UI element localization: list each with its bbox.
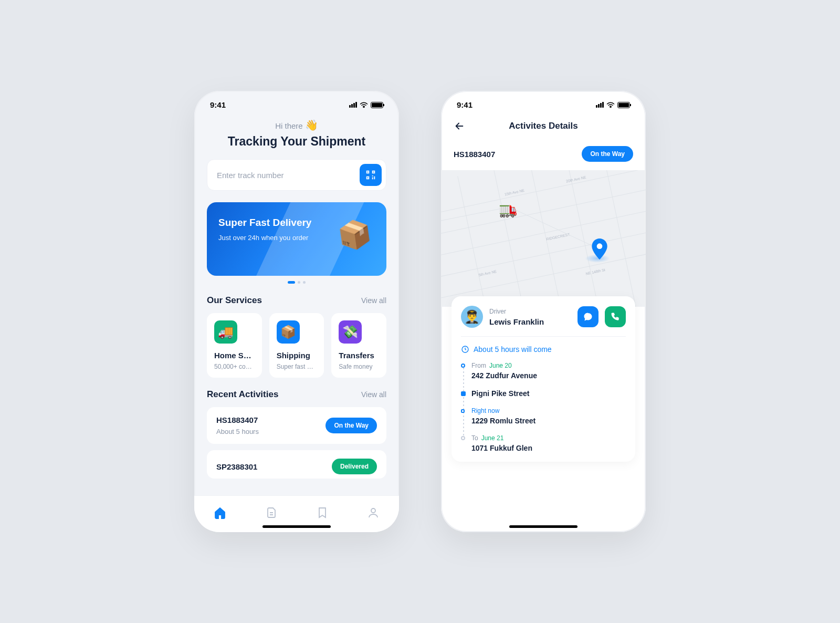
home-indicator (509, 525, 578, 528)
timeline-item: Right now 1229 Romlu Street (471, 407, 626, 425)
destination-pin (591, 238, 608, 262)
nav-home[interactable] (213, 505, 227, 520)
svg-line-6 (458, 176, 493, 307)
svg-text:5th Ave NE: 5th Ave NE (478, 269, 497, 277)
activity-eta: About 5 hours (216, 428, 259, 435)
svg-line-1 (441, 170, 646, 218)
status-bar: 9:41 (441, 91, 646, 113)
phone-home: 9:41 Hi there 👋 Tracking Your Shipment S… (194, 91, 399, 532)
status-time: 9:41 (457, 100, 472, 109)
user-icon (367, 506, 380, 519)
services-header: Our Services (207, 295, 262, 306)
activities-view-all[interactable]: View all (361, 390, 386, 399)
activity-id: HS1883407 (216, 416, 259, 424)
service-home-shifting[interactable]: 🚚 Home Shifting 50,000+ courier (207, 313, 262, 378)
phone-detail: 9:41 Activites Details HS1883407 On the … (441, 91, 646, 532)
svg-line-5 (441, 248, 646, 300)
eta-row: About 5 hours will come (461, 345, 626, 354)
wifi-icon (606, 102, 615, 108)
status-bar: 9:41 (194, 91, 399, 113)
greeting: Hi there 👋 (207, 119, 386, 131)
page-title: Tracking Your Shipment (207, 134, 386, 149)
truck-icon: 🚚 (214, 320, 237, 344)
nav-orders[interactable] (264, 505, 278, 520)
wave-icon: 👋 (305, 119, 318, 131)
box-icon: 📦 (277, 320, 300, 344)
clock-icon (461, 345, 469, 354)
service-shipping[interactable]: 📦 Shipping Super fast delivery (269, 313, 324, 378)
svg-line-4 (441, 227, 646, 279)
truck-marker: 🚛 (499, 201, 517, 218)
search-box[interactable] (207, 159, 386, 191)
service-transfers[interactable]: 💸 Transfers Safe money (331, 313, 386, 378)
chat-icon (583, 312, 593, 322)
carousel-dots (207, 281, 386, 284)
services-view-all[interactable]: View all (361, 296, 386, 305)
status-badge: Delivered (332, 459, 377, 474)
status-badge: On the Way (326, 418, 377, 433)
driver-name: Lewis Franklin (489, 317, 571, 326)
search-input[interactable] (217, 171, 360, 180)
activities-header: Recent Activities (207, 389, 278, 400)
detail-title: Activites Details (509, 121, 578, 131)
qr-icon (365, 169, 376, 181)
driver-avatar: 👨‍✈️ (461, 306, 483, 328)
svg-text:15th Ave NE: 15th Ave NE (504, 189, 525, 196)
back-button[interactable] (454, 119, 468, 133)
status-icons (349, 102, 383, 108)
battery-icon (617, 102, 630, 108)
battery-icon (371, 102, 383, 108)
money-icon: 💸 (339, 320, 362, 344)
status-badge: On the Way (582, 146, 633, 162)
signal-icon (596, 102, 604, 108)
driver-label: Driver (489, 308, 571, 315)
bookmark-icon (316, 506, 329, 519)
promo-banner[interactable]: Super Fast Delivery Just over 24h when y… (207, 202, 386, 276)
phone-icon (610, 312, 621, 322)
nav-profile[interactable] (366, 505, 381, 520)
package-icon: 📦 (335, 217, 374, 253)
activity-id: SP2388301 (216, 462, 257, 471)
status-icons (596, 102, 630, 108)
arrow-left-icon (454, 120, 465, 132)
driver-card: 👨‍✈️ Driver Lewis Franklin About 5 hours… (452, 296, 635, 462)
qr-scan-button[interactable] (360, 164, 382, 186)
message-button[interactable] (578, 306, 598, 327)
call-button[interactable] (605, 306, 626, 327)
map-view[interactable]: 15th Ave NE 20th Ave NE RIDGECREST 5th A… (441, 170, 646, 307)
document-icon (265, 506, 277, 519)
home-indicator (262, 525, 331, 528)
timeline-item: ToJune 21 1071 Fukkuf Glen (471, 434, 626, 452)
svg-point-0 (371, 508, 375, 513)
home-icon (214, 506, 226, 519)
activity-row[interactable]: SP2388301 Delivered (207, 450, 386, 479)
timeline-item: FromJune 20 242 Zudfur Avenue (471, 362, 626, 380)
nav-saved[interactable] (315, 505, 330, 520)
map-roads: 15th Ave NE 20th Ave NE RIDGECREST 5th A… (441, 170, 646, 307)
svg-point-16 (597, 243, 603, 249)
timeline-item: Pigni Pike Street (471, 389, 626, 398)
svg-line-2 (441, 186, 646, 238)
shipment-id: HS1883407 (454, 150, 495, 159)
wifi-icon (360, 102, 368, 108)
svg-text:20th Ave NE: 20th Ave NE (566, 175, 587, 183)
status-time: 9:41 (210, 100, 226, 109)
svg-text:NE 148th St: NE 148th St (585, 268, 605, 276)
route-timeline: FromJune 20 242 Zudfur Avenue Pigni Pike… (461, 362, 626, 452)
signal-icon (349, 102, 357, 108)
dot-active (288, 281, 295, 284)
activity-row[interactable]: HS1883407 About 5 hours On the Way (207, 407, 386, 444)
